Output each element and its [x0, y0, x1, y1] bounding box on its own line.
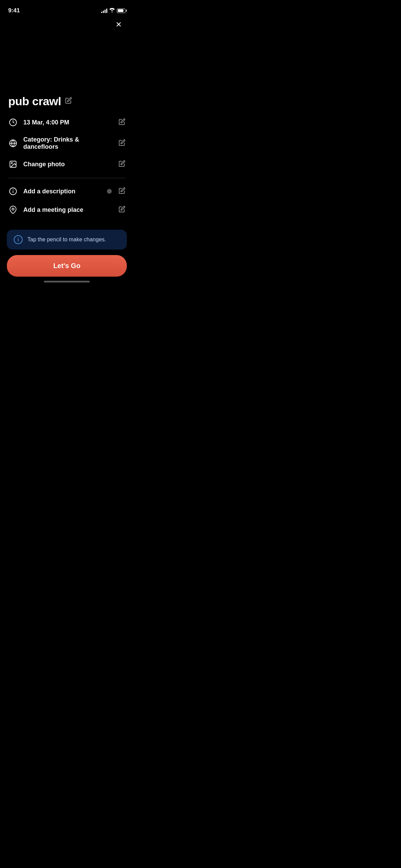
- svg-point-4: [11, 162, 12, 164]
- location-icon: [8, 205, 18, 215]
- section-divider: [8, 178, 125, 178]
- category-text: Category: Drinks & dancefloors: [23, 136, 113, 150]
- change-photo-text: Change photo: [23, 161, 113, 168]
- battery-icon: [117, 9, 125, 13]
- status-bar: 9:41: [0, 0, 134, 16]
- change-photo-row: Change photo: [8, 159, 125, 169]
- edit-meeting-place-button[interactable]: [119, 206, 125, 214]
- status-icons: [101, 8, 125, 13]
- edit-title-button[interactable]: [65, 97, 72, 106]
- add-meeting-place-row: Add a meeting place: [8, 205, 125, 215]
- home-indicator: [44, 281, 90, 282]
- close-button[interactable]: ✕: [112, 18, 125, 32]
- photo-icon: [8, 159, 18, 169]
- lets-go-button[interactable]: Let's Go: [7, 255, 127, 277]
- add-description-text: Add a description: [23, 188, 101, 195]
- edit-description-button[interactable]: [119, 187, 125, 196]
- hint-info-icon: i: [14, 235, 23, 244]
- add-meeting-place-text: Add a meeting place: [23, 206, 113, 214]
- lets-go-label: Let's Go: [53, 262, 80, 269]
- description-info-icon: [8, 186, 18, 196]
- content-area: pub crawl 13 Mar, 4:00 PM: [0, 95, 134, 215]
- hint-text: Tap the pencil to make changes.: [27, 237, 106, 243]
- event-title-row: pub crawl: [8, 95, 125, 108]
- edit-category-button[interactable]: [119, 139, 125, 148]
- hint-box: i Tap the pencil to make changes.: [7, 230, 127, 250]
- svg-point-8: [12, 208, 14, 210]
- globe-icon: [8, 138, 18, 148]
- category-row: Category: Drinks & dancefloors: [8, 136, 125, 150]
- add-description-row: Add a description: [8, 186, 125, 196]
- signal-bars-icon: [101, 8, 107, 13]
- clock-icon: [8, 118, 18, 127]
- datetime-row: 13 Mar, 4:00 PM: [8, 118, 125, 127]
- edit-photo-button[interactable]: [119, 160, 125, 169]
- description-toggle[interactable]: [107, 189, 112, 194]
- datetime-text: 13 Mar, 4:00 PM: [23, 119, 113, 126]
- edit-datetime-button[interactable]: [119, 118, 125, 127]
- event-title: pub crawl: [8, 95, 61, 108]
- wifi-icon: [109, 8, 115, 13]
- bottom-section: i Tap the pencil to make changes. Let's …: [0, 230, 134, 289]
- status-time: 9:41: [8, 7, 20, 14]
